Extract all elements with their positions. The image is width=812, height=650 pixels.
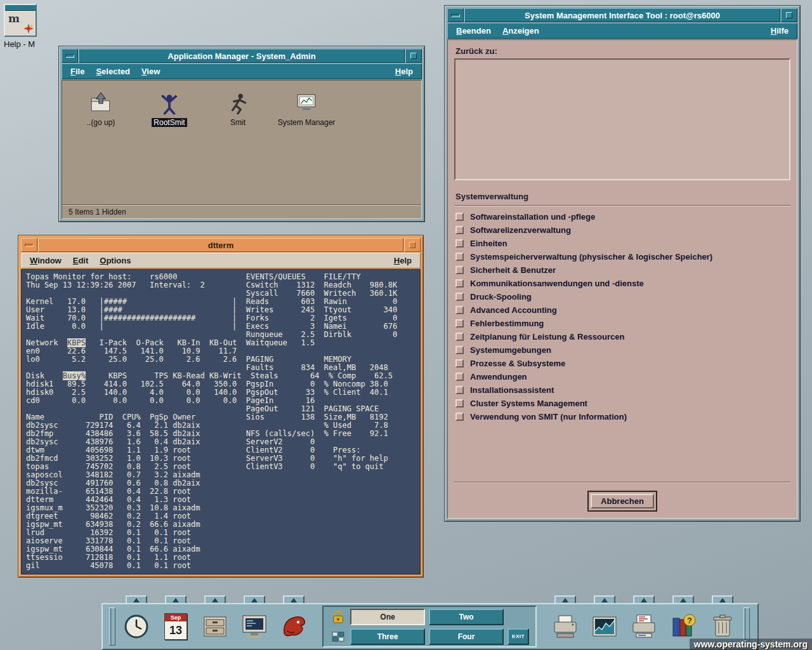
cancel-button[interactable]: Abbrechen [591,494,654,508]
smit-list-item[interactable]: Systemumgebungen [454,343,790,357]
list-item-button-icon [455,213,464,221]
minimized-window-icon[interactable]: m [4,4,37,37]
return-to-list[interactable] [454,58,790,180]
printer-button[interactable] [546,606,585,647]
smit-list-item[interactable]: Zeitplanung für Leistung & Ressourcen [454,330,790,343]
printer-icon [551,612,580,641]
watermark: www.operating-system.org [690,639,812,650]
icon-go-up[interactable]: ..(go up) [70,92,132,127]
list-item-label: Softwarelizenzverwaltung [470,225,571,235]
print-queue-icon [629,612,658,641]
exit-button[interactable]: EXIT [508,628,529,645]
list-item-label: Zeitplanung für Leistung & Ressourcen [470,332,624,342]
print-queue-button[interactable] [624,606,664,647]
workspace-four-button[interactable]: Four [429,628,504,645]
list-item-label: Installationsassistent [470,385,554,395]
smit-list-item[interactable]: Softwarelizenzverwaltung [454,223,790,237]
icon-system-manager[interactable]: System Manager [275,92,337,127]
smit-list-item[interactable]: Druck-Spooling [454,290,790,303]
workspace-three-button[interactable]: Three [350,628,425,645]
maximize-button[interactable] [405,49,422,63]
smit-list-item[interactable]: Sicherheit & Benutzer [454,263,790,277]
dtterm-window-title: dtterm [38,238,403,252]
workspace-options-button[interactable] [330,628,346,645]
return-to-label: Zurück zu: [455,46,790,56]
appmgr-content: ..(go up) RootSmit Smit [62,80,422,219]
window-menu-button[interactable] [62,49,78,63]
menu-file[interactable]: File [65,65,90,77]
workspace-two-button[interactable]: Two [429,609,504,625]
menu-options[interactable]: Options [94,255,136,267]
menu-help[interactable]: Help [388,255,417,267]
terminal-screen[interactable]: Topas Monitor for host: rs6000 EVENTS/QU… [21,269,421,574]
list-item-button-icon [455,319,464,328]
status-bar: 5 Items 1 Hidden [62,204,421,218]
list-item-button-icon [455,386,464,394]
go-up-icon [89,92,113,115]
file-manager-button[interactable] [195,606,235,647]
menu-window[interactable]: Window [24,255,67,267]
icon-label: ..(go up) [85,118,117,127]
minimized-help-window[interactable]: m Help - M [4,4,48,49]
spacer [508,609,529,625]
menu-selected[interactable]: Selected [90,65,135,77]
dtterm-window: dtterm Window Edit Options Help Topas Mo… [18,235,424,578]
list-item-label: Verwendung von SMIT (nur Information) [470,412,627,421]
menu-hilfe[interactable]: Hilfe [765,25,794,37]
maximize-button[interactable] [781,8,797,22]
menu-edit[interactable]: Edit [67,255,95,267]
smit-list-item[interactable]: Installationsassistent [454,383,790,397]
icon-smit[interactable]: Smit [207,92,269,127]
appmgr-titlebar[interactable]: Application Manager - System_Admin [62,49,422,63]
menu-help[interactable]: Help [390,65,419,77]
bottom-separator [454,482,790,483]
icon-label: System Manager [276,118,337,127]
smit-item-list: Softwareinstallation und -pflegeSoftware… [454,210,790,423]
maximize-icon [409,242,416,248]
list-item-button-icon [455,306,464,314]
smit-list-item[interactable]: Systemspeicherverwaltung (physischer & l… [454,250,790,263]
spacer [454,180,790,190]
smit-titlebar[interactable]: System Management Interface Tool : root@… [447,8,797,22]
smit-list-item[interactable]: Softwareinstallation und -pflege [454,210,790,223]
workspace-one-button[interactable]: One [350,609,425,625]
spacer [454,423,790,481]
menu-beenden[interactable]: Beenden [450,25,497,37]
list-item-button-icon [455,293,464,301]
minimized-window-label: Help - M [4,39,48,49]
list-item-label: Systemumgebungen [470,345,551,355]
list-item-button-icon [455,253,464,261]
maximize-button[interactable] [404,238,421,252]
list-item-button-icon [455,399,464,408]
smit-list-item[interactable]: Cluster Systems Management [454,397,790,410]
list-item-label: Systemspeicherverwaltung (physischer & l… [470,252,712,262]
smit-list-item[interactable]: Prozesse & Subsysteme [454,357,790,370]
list-item-label: Druck-Spooling [470,292,532,302]
smit-list-item[interactable]: Anwendungen [454,370,790,383]
terminal-icon [240,612,269,641]
icon-rootsmit[interactable]: RootSmit [138,92,200,127]
menu-view[interactable]: View [136,65,166,77]
svg-text:?: ? [687,616,692,625]
list-item-label: Softwareinstallation und -pflege [470,212,595,222]
terminal-button[interactable] [235,606,274,647]
lock-button[interactable] [330,609,346,625]
calendar-button[interactable]: Sep 13 [156,606,195,647]
dtterm-titlebar[interactable]: dtterm [21,238,421,252]
clock-button[interactable] [117,606,156,647]
mozilla-button[interactable] [274,606,313,647]
smit-list-item[interactable]: Kommunikationsanwendungen und -dienste [454,277,790,290]
list-item-button-icon [455,266,464,274]
menu-anzeigen[interactable]: Anzeigen [497,25,545,37]
file-manager-icon [200,612,230,641]
window-menu-button[interactable] [447,8,464,22]
smit-list-item[interactable]: Advanced Accounting [454,303,790,317]
appmgr-window-title: Application Manager - System_Admin [79,49,405,63]
lock-icon [331,609,345,625]
smit-list-item[interactable]: Fehlerbestimmung [454,317,790,330]
panel-handle[interactable] [109,607,115,646]
performance-monitor-button[interactable] [585,606,624,647]
window-menu-button[interactable] [21,238,37,252]
smit-list-item[interactable]: Einheiten [454,237,790,250]
smit-list-item[interactable]: Verwendung von SMIT (nur Information) [454,410,790,423]
